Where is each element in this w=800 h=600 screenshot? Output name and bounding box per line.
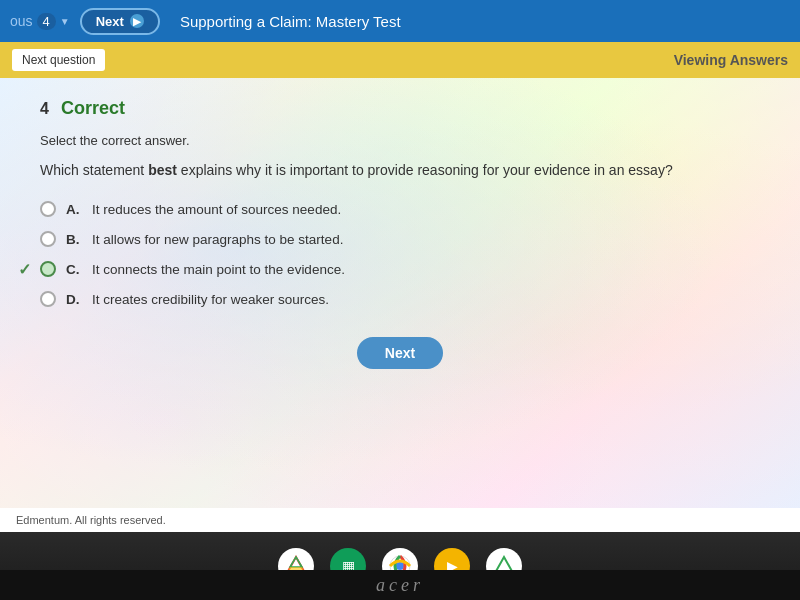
instruction-text: Select the correct answer. (40, 133, 760, 148)
acer-logo-text: acer (376, 575, 424, 596)
next-arrow-icon: ▶ (130, 14, 144, 28)
next-question-button[interactable]: Next question (12, 49, 105, 71)
correct-status-label: Correct (61, 98, 125, 119)
question-text: Which statement best explains why it is … (40, 160, 760, 181)
option-d-letter: D. (66, 292, 82, 307)
option-c-letter: C. (66, 262, 82, 277)
question-number: 4 (40, 100, 49, 118)
option-d-text: It creates credibility for weaker source… (92, 292, 760, 307)
next-button-top-label: Next (96, 14, 124, 29)
option-a-letter: A. (66, 202, 82, 217)
options-list: A. It reduces the amount of sources need… (40, 201, 760, 307)
question-number-row: 4 Correct (40, 98, 760, 119)
acer-branding: acer (0, 570, 800, 600)
option-b: B. It allows for new paragraphs to be st… (40, 231, 760, 247)
option-c-radio[interactable] (40, 261, 56, 277)
svg-point-4 (396, 562, 404, 570)
copyright-text: Edmentum. All rights reserved. (16, 514, 166, 526)
content-inner: 4 Correct Select the correct answer. Whi… (40, 98, 760, 369)
checkmark-icon: ✓ (18, 260, 31, 279)
page-title: Supporting a Claim: Mastery Test (180, 13, 401, 30)
option-a-radio[interactable] (40, 201, 56, 217)
main-content-area: 4 Correct Select the correct answer. Whi… (0, 78, 800, 508)
viewing-answers-label: Viewing Answers (674, 52, 788, 68)
option-a-text: It reduces the amount of sources needed. (92, 202, 760, 217)
next-button-top[interactable]: Next ▶ (80, 8, 160, 35)
prev-text: ous (10, 13, 33, 29)
option-a: A. It reduces the amount of sources need… (40, 201, 760, 217)
footer: Edmentum. All rights reserved. (0, 508, 800, 532)
question-count: 4 (37, 13, 56, 30)
option-b-radio[interactable] (40, 231, 56, 247)
dropdown-icon: ▼ (60, 16, 70, 27)
bold-word: best (148, 162, 177, 178)
option-d-radio[interactable] (40, 291, 56, 307)
option-d: D. It creates credibility for weaker sou… (40, 291, 760, 307)
top-navigation-bar: ous 4 ▼ Next ▶ Supporting a Claim: Maste… (0, 0, 800, 42)
option-c: ✓ C. It connects the main point to the e… (40, 261, 760, 277)
option-b-text: It allows for new paragraphs to be start… (92, 232, 760, 247)
option-c-text: It connects the main point to the eviden… (92, 262, 760, 277)
prev-label: ous 4 ▼ (10, 13, 70, 30)
next-button-main[interactable]: Next (357, 337, 443, 369)
option-b-letter: B. (66, 232, 82, 247)
sub-navigation-bar: Next question Viewing Answers (0, 42, 800, 78)
